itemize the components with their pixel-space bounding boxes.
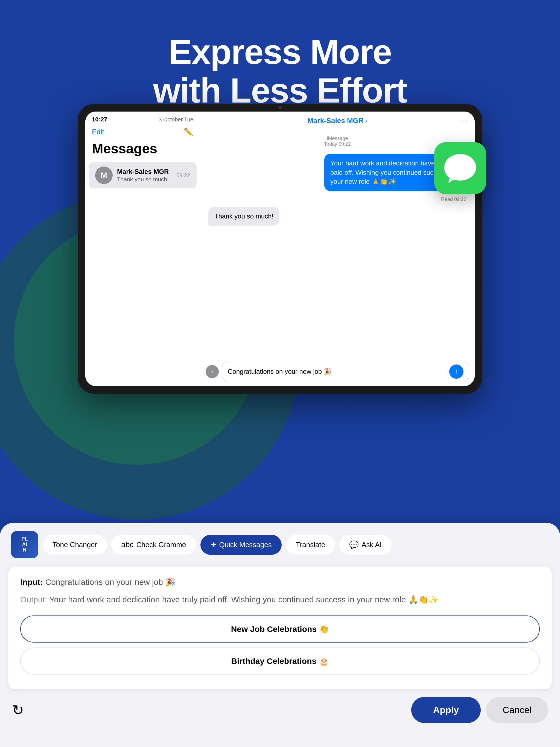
tone-changer-label: Tone Changer [52, 541, 97, 549]
input-label: Input: [20, 577, 43, 587]
ask-ai-icon: 💬 [349, 540, 359, 549]
chat-header: Mark-Sales MGR › ··· [200, 111, 475, 130]
messages-sidebar: 10:27 3 October Tue Edit ✏️ Messages M M… [85, 111, 200, 386]
chat-contact-name: Mark-Sales MGR [307, 117, 363, 125]
ipad-camera-dot [278, 106, 282, 109]
page-title: Express More with Less Effort [0, 33, 560, 110]
status-date: 3 October Tue [159, 117, 193, 123]
compose-icon[interactable]: ✏️ [184, 127, 193, 136]
message-time: 09:22 [176, 172, 190, 179]
chat-input-text: Congratulations on your new job 🎉 [228, 368, 332, 376]
check-grammar-label: Check Gramme [136, 541, 186, 549]
ipad-container: 10:27 3 October Tue Edit ✏️ Messages M M… [78, 104, 482, 394]
message-list-item[interactable]: M Mark-Sales MGR Thank you so much! 09:2… [88, 162, 197, 188]
sent-bubble-meta: Read 09:22 [208, 197, 466, 202]
quick-messages-panel: Input: Congratulations on your new job 🎉… [8, 567, 552, 689]
received-bubble: Thank you so much! [208, 207, 279, 226]
ask-ai-label: Ask AI [361, 541, 382, 549]
ipad-frame: 10:27 3 October Tue Edit ✏️ Messages M M… [78, 104, 482, 394]
keyboard-app-icon[interactable]: PLAIN [11, 531, 38, 558]
cancel-button[interactable]: Cancel [486, 697, 548, 723]
messages-bubble-icon [442, 150, 478, 186]
sidebar-header: Edit ✏️ [85, 125, 200, 140]
toolbar-btn-tone-changer[interactable]: Tone Changer [43, 535, 107, 555]
toolbar-btn-check-grammar[interactable]: abc Check Gramme [111, 535, 196, 555]
ipad-screen: 10:27 3 October Tue Edit ✏️ Messages M M… [85, 111, 475, 386]
translate-label: Translate [296, 541, 325, 549]
refresh-icon[interactable]: ↻ [12, 702, 24, 718]
avatar: M [95, 166, 113, 184]
apply-button[interactable]: Apply [411, 697, 481, 723]
quick-messages-label: Quick Messages [219, 541, 272, 549]
header-section: Express More with Less Effort [0, 0, 560, 110]
check-grammar-icon: abc [121, 540, 133, 549]
input-line: Input: Congratulations on your new job 🎉 [20, 576, 540, 588]
output-line: Output: Your hard work and dedication ha… [20, 593, 540, 606]
bottom-panel: PLAIN Tone Changer abc Check Gramme ✈ Qu… [0, 523, 560, 747]
ipad-camera-bar [253, 104, 307, 111]
toolbar-btn-translate[interactable]: Translate [286, 535, 335, 555]
birthday-celebrations-button[interactable]: Birthday Celebrations 🎂 [20, 647, 540, 674]
imessage-label: iMessage Today 09:22 [208, 136, 466, 147]
new-job-celebrations-button[interactable]: New Job Celebrations 👏 [20, 616, 540, 643]
chat-input-area: › Congratulations on your new job 🎉 ↑ [200, 357, 475, 386]
edit-button[interactable]: Edit [92, 128, 104, 136]
output-value: Your hard work and dedication have truly… [49, 595, 438, 604]
chat-input-field[interactable]: Congratulations on your new job 🎉 ↑ [222, 361, 469, 382]
quick-messages-icon: ✈ [210, 540, 217, 549]
input-value: Congratulations on your new job 🎉 [45, 577, 176, 587]
keyboard-app-label: PLAIN [21, 537, 28, 552]
status-bar: 10:27 3 October Tue [85, 111, 200, 125]
output-label: Output: [20, 595, 47, 604]
input-expand-icon[interactable]: › [206, 365, 219, 378]
status-time: 10:27 [92, 116, 107, 123]
chat-messages: iMessage Today 09:22 Your hard work and … [200, 130, 475, 357]
message-preview: Thank you so much! [117, 176, 172, 183]
action-buttons: Apply Cancel [411, 697, 548, 723]
send-button[interactable]: ↑ [449, 364, 463, 379]
toolbar-btn-quick-messages[interactable]: ✈ Quick Messages [200, 535, 282, 555]
message-info: Mark-Sales MGR Thank you so much! [117, 168, 172, 183]
sidebar-title: Messages [85, 140, 200, 161]
toolbar-btn-ask-ai[interactable]: 💬 Ask AI [339, 535, 391, 555]
messages-app-icon [434, 142, 486, 194]
keyboard-toolbar: PLAIN Tone Changer abc Check Gramme ✈ Qu… [0, 523, 560, 567]
bottom-action-bar: ↻ Apply Cancel [0, 689, 560, 730]
chat-chevron-icon: › [365, 117, 367, 125]
contact-name: Mark-Sales MGR [117, 168, 172, 176]
chat-area: Mark-Sales MGR › ··· iMessage Today 09:2… [200, 111, 475, 386]
chat-more-icon[interactable]: ··· [460, 117, 468, 125]
